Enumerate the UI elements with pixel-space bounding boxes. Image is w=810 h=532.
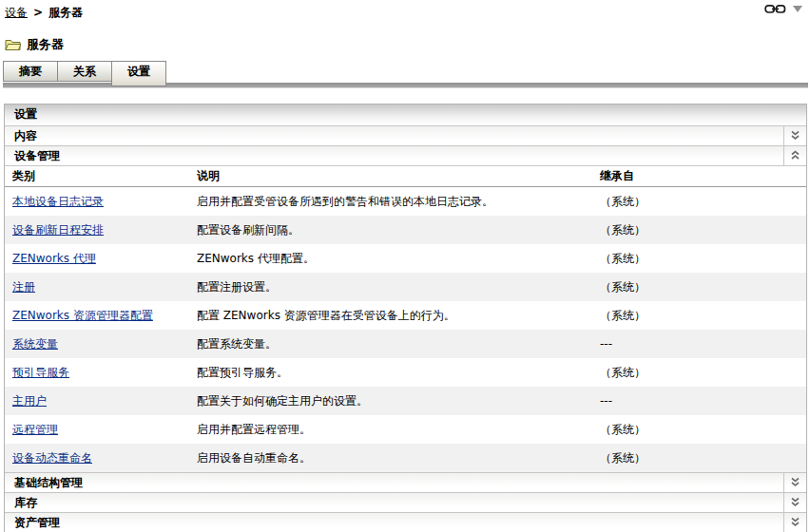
panel-title: 设置 [5,104,806,125]
row-inherited: --- [600,337,806,351]
tab-summary[interactable]: 摘要 [3,61,58,82]
tab-relationships[interactable]: 关系 [57,61,112,82]
row-description: 配置预引导服务。 [197,365,600,381]
category-link[interactable]: 预引导服务 [12,366,69,379]
expand-double-chevron-down-icon[interactable] [783,513,806,532]
breadcrumb-current: 服务器 [48,6,83,19]
category-link[interactable]: 设备刷新日程安排 [12,223,104,237]
row-inherited: （系统） [600,450,806,466]
table-row: 远程管理 启用并配置远程管理。 （系统） [5,415,806,444]
row-description: 配置 ZENworks 资源管理器在受管设备上的行为。 [197,308,600,324]
dropdown-arrow-icon[interactable] [793,6,802,12]
section-asset-management: 资产管理 [5,512,806,532]
row-description: 配置关于如何确定主用户的设置。 [197,393,600,409]
table-row: 系统变量 配置系统变量。 --- [5,330,806,358]
table-row: ZENworks 资源管理器配置 配置 ZENworks 资源管理器在受管设备上… [5,301,806,330]
folder-icon [5,38,21,51]
row-description: 启用并配置受管设备所遇到的警告和错误的本地日志记录。 [197,194,600,210]
table-row: 预引导服务 配置预引导服务。 （系统） [5,358,806,387]
table-row: 注册 配置注册设置。 （系统） [5,273,806,301]
row-description: ZENworks 代理配置。 [197,251,600,267]
row-inherited: （系统） [600,194,806,210]
row-description: 配置系统变量。 [197,336,600,352]
table-row: 设备刷新日程安排 配置设备刷新间隔。 （系统） [5,216,806,244]
chain-link-icon[interactable] [764,4,786,14]
section-inventory: 库存 [5,492,806,512]
section-content-label: 内容 [5,126,783,145]
tab-bar: 摘要 关系 设置 [0,61,810,83]
category-link[interactable]: 远程管理 [12,423,58,436]
row-inherited: （系统） [600,365,806,381]
breadcrumb-separator: > [33,6,43,19]
category-link[interactable]: 本地设备日志记录 [12,195,104,208]
settings-panel: 设置 内容 设备管理 类别 说明 继承自 本地设备日志记录 启用并配置受管设备所… [4,104,807,532]
expand-double-chevron-down-icon[interactable] [783,473,806,492]
column-header-category: 类别 [5,168,197,184]
settings-table-body: 本地设备日志记录 启用并配置受管设备所遇到的警告和错误的本地日志记录。 （系统）… [5,187,806,472]
row-description: 配置注册设置。 [197,279,600,295]
row-description: 配置设备刷新间隔。 [197,222,600,238]
category-link[interactable]: 系统变量 [12,337,58,351]
row-inherited: （系统） [600,251,806,267]
row-inherited: （系统） [600,222,806,238]
table-row: ZENworks 代理 ZENworks 代理配置。 （系统） [5,244,806,273]
column-header-inherited: 继承自 [600,168,806,184]
expand-double-chevron-down-icon[interactable] [783,493,806,512]
row-description: 启用设备自动重命名。 [197,450,600,466]
row-inherited: --- [600,394,806,408]
category-link[interactable]: 主用户 [12,394,47,408]
section-inventory-label: 库存 [5,493,783,512]
breadcrumb-link-devices[interactable]: 设备 [5,6,28,19]
row-inherited: （系统） [600,422,806,438]
table-row: 主用户 配置关于如何确定主用户的设置。 --- [5,387,806,415]
column-header-description: 说明 [197,168,600,184]
section-content: 内容 [5,125,806,145]
section-device-management-label: 设备管理 [5,146,783,165]
row-inherited: （系统） [600,308,806,324]
collapse-double-chevron-up-icon[interactable] [783,146,806,165]
breadcrumb: 设备>服务器 [0,0,810,21]
row-description: 启用并配置远程管理。 [197,422,600,438]
category-link[interactable]: 注册 [12,280,35,294]
section-asset-label: 资产管理 [5,513,783,532]
table-row: 本地设备日志记录 启用并配置受管设备所遇到的警告和错误的本地日志记录。 （系统） [5,187,806,216]
page-title: 服务器 [0,36,810,53]
tab-settings[interactable]: 设置 [111,61,166,86]
row-inherited: （系统） [600,279,806,295]
category-link[interactable]: 设备动态重命名 [12,451,92,465]
category-link[interactable]: ZENworks 资源管理器配置 [12,309,153,322]
expand-double-chevron-down-icon[interactable] [783,126,806,145]
category-link[interactable]: ZENworks 代理 [12,252,96,265]
section-infrastructure-label: 基础结构管理 [5,473,783,492]
section-infrastructure-management: 基础结构管理 [5,472,806,492]
table-header: 类别 说明 继承自 [5,165,806,187]
page-title-text: 服务器 [27,36,64,53]
table-row: 设备动态重命名 启用设备自动重命名。 （系统） [5,444,806,472]
section-device-management: 设备管理 [5,145,806,165]
